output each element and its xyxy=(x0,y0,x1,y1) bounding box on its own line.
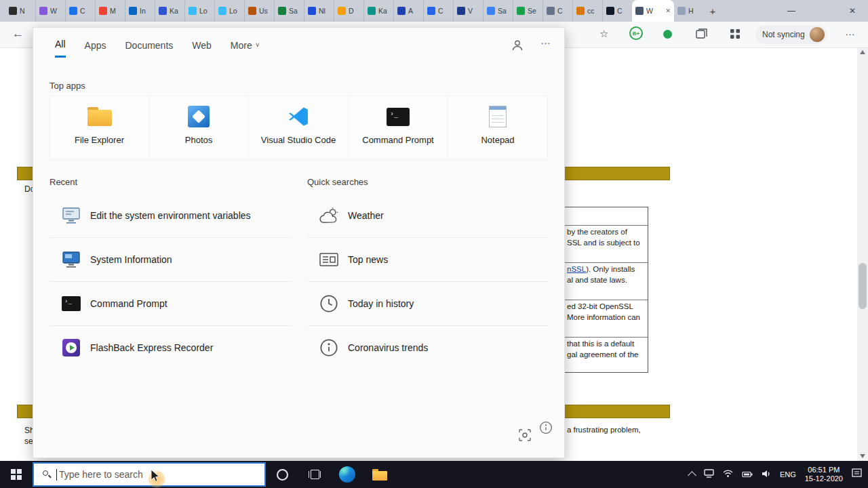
browser-tab[interactable]: N xyxy=(5,0,35,22)
cortana-button[interactable] xyxy=(266,461,298,488)
file-explorer-taskbar-button[interactable] xyxy=(363,461,396,488)
browser-tab-active[interactable]: W✕ xyxy=(632,0,674,22)
browser-tab[interactable]: C xyxy=(65,0,95,22)
page-text-fragment: ed 32-bit OpenSSL xyxy=(567,302,633,310)
window-close-button[interactable]: ✕ xyxy=(837,0,868,22)
windows-logo-icon xyxy=(11,469,22,480)
search-options-icon[interactable]: … xyxy=(540,35,551,46)
tab-favicon xyxy=(189,7,197,15)
tab-favicon xyxy=(677,7,686,15)
tab-more[interactable]: More˅ xyxy=(231,39,260,58)
edge-taskbar-button[interactable] xyxy=(331,461,363,488)
start-button[interactable] xyxy=(0,461,33,488)
browser-tab[interactable]: H xyxy=(674,0,704,22)
browser-essentials-icon[interactable]: B+ xyxy=(629,26,643,40)
quick-search-top-news[interactable]: Top news xyxy=(307,238,549,282)
browser-tab[interactable]: C xyxy=(542,0,572,22)
tab-close-icon[interactable]: ✕ xyxy=(663,7,671,14)
screen: Do Sh se by the creators of SSL and is s… xyxy=(0,0,868,488)
window-minimize-button[interactable]: — xyxy=(776,0,807,22)
browser-tab[interactable]: Ka xyxy=(155,0,184,22)
action-center-icon[interactable] xyxy=(852,468,863,481)
task-view-button[interactable] xyxy=(298,461,331,488)
taskbar-clock[interactable]: 06:51 PM15-12-2020 xyxy=(805,466,843,483)
recent-item-system-information[interactable]: System Information xyxy=(50,238,291,282)
browser-tab[interactable]: W xyxy=(35,0,65,22)
recent-item-command-prompt[interactable]: ›_ Command Prompt xyxy=(50,282,291,326)
display-tray-icon[interactable] xyxy=(704,468,714,481)
browser-tab[interactable]: cc xyxy=(572,0,602,22)
browser-tab[interactable]: C xyxy=(423,0,453,22)
browser-tab[interactable]: D xyxy=(334,0,363,22)
tab-title: Ka xyxy=(170,7,178,15)
app-tile-file-explorer[interactable]: File Explorer xyxy=(50,96,149,160)
command-prompt-icon: ›_ xyxy=(61,293,81,314)
tab-title: Us xyxy=(259,7,268,15)
browser-tab[interactable]: V xyxy=(453,0,483,22)
account-icon[interactable] xyxy=(511,39,524,55)
browser-tab[interactable]: C xyxy=(602,0,632,22)
quick-search-weather[interactable]: Weather xyxy=(307,194,549,238)
volume-icon[interactable] xyxy=(762,468,771,481)
quick-search-today-in-history[interactable]: Today in history xyxy=(307,282,549,326)
page-scrollbar[interactable] xyxy=(857,47,868,461)
system-tray: ENG 06:51 PM15-12-2020 xyxy=(689,466,868,483)
tab-label: More xyxy=(231,40,252,51)
browser-tab[interactable]: Us xyxy=(244,0,274,22)
apps-grid-icon[interactable] xyxy=(730,28,741,42)
battery-icon[interactable] xyxy=(742,468,753,481)
favorites-star-icon[interactable]: ☆ xyxy=(599,28,608,40)
page-text-fragment: by the creators of xyxy=(567,228,627,236)
scrollbar-thumb[interactable] xyxy=(859,263,867,309)
panel-info-icon[interactable] xyxy=(539,421,553,437)
tab-all[interactable]: All xyxy=(55,39,66,58)
wifi-icon[interactable] xyxy=(723,468,733,481)
top-apps-title: Top apps xyxy=(50,81,85,91)
browser-menu-icon[interactable]: … xyxy=(845,26,856,37)
recent-item-environment-variables[interactable]: Edit the system environment variables xyxy=(50,194,291,238)
taskbar-search-box[interactable] xyxy=(33,462,266,487)
browser-tab[interactable]: Ka xyxy=(363,0,393,22)
tab-documents[interactable]: Documents xyxy=(125,39,173,58)
app-tile-command-prompt[interactable]: ›_ Command Prompt xyxy=(349,96,448,160)
language-indicator[interactable]: ENG xyxy=(780,470,796,479)
back-button[interactable]: ← xyxy=(12,27,24,41)
recent-item-flashback-recorder[interactable]: FlashBack Express Recorder xyxy=(50,326,291,369)
tab-title: A xyxy=(408,7,413,15)
taskbar-search-input[interactable] xyxy=(58,468,259,481)
browser-tab[interactable]: Sa xyxy=(274,0,304,22)
tab-web[interactable]: Web xyxy=(192,39,212,58)
page-text-fragment: SSL and is subject to xyxy=(567,239,640,247)
visual-search-icon[interactable] xyxy=(519,429,531,444)
vscode-icon xyxy=(287,96,310,131)
sync-status-button[interactable]: Not syncing xyxy=(755,25,827,44)
app-tile-label: File Explorer xyxy=(75,135,124,145)
scroll-down-arrow-icon[interactable] xyxy=(860,454,865,458)
new-tab-button[interactable]: + xyxy=(704,0,722,22)
scroll-up-arrow-icon[interactable] xyxy=(860,50,865,54)
browser-tab[interactable]: In xyxy=(125,0,155,22)
tab-apps[interactable]: Apps xyxy=(85,39,106,58)
file-explorer-icon xyxy=(87,96,112,131)
hidden-icons-chevron-icon[interactable] xyxy=(688,471,696,480)
browser-tab[interactable]: Lo xyxy=(214,0,244,22)
openssl-link[interactable]: nSSL xyxy=(567,265,586,273)
tab-favicon xyxy=(129,7,137,15)
collections-icon[interactable] xyxy=(696,28,708,42)
app-tile-notepad[interactable]: Notepad xyxy=(448,96,548,160)
browser-tab[interactable]: Sa xyxy=(483,0,513,22)
app-tile-vscode[interactable]: Visual Studio Code xyxy=(249,96,349,160)
app-tile-label: Command Prompt xyxy=(362,135,433,145)
tab-favicon xyxy=(457,7,465,15)
extension-status-icon[interactable] xyxy=(663,30,672,39)
file-explorer-icon xyxy=(372,469,387,481)
browser-tab[interactable]: Nl xyxy=(304,0,334,22)
browser-tab[interactable]: A xyxy=(393,0,423,22)
taskbar: ENG 06:51 PM15-12-2020 xyxy=(0,461,868,488)
quick-search-coronavirus-trends[interactable]: Coronavirus trends xyxy=(307,326,549,369)
app-tile-photos[interactable]: Photos xyxy=(149,96,249,160)
browser-tab[interactable]: M xyxy=(95,0,125,22)
browser-tab[interactable]: Lo xyxy=(184,0,214,22)
tab-label: All xyxy=(55,39,66,49)
browser-tab[interactable]: Se xyxy=(513,0,542,22)
